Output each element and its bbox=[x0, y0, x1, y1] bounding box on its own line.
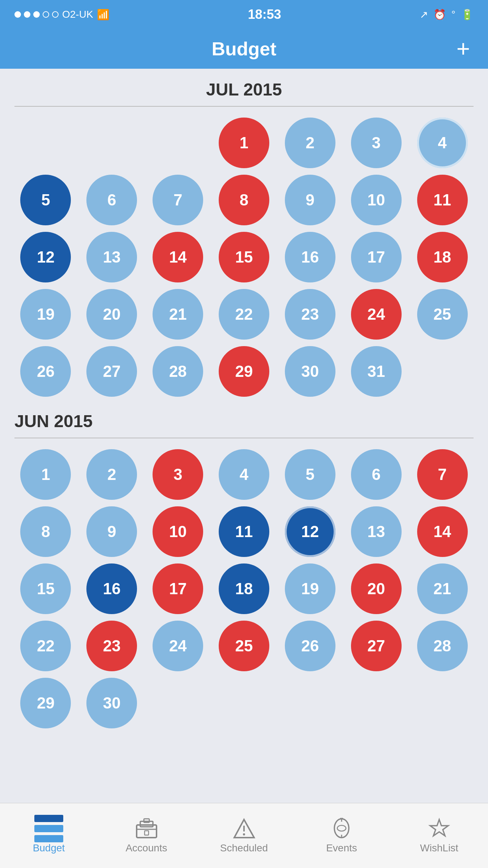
svg-rect-2 bbox=[144, 819, 149, 822]
time-display: 18:53 bbox=[248, 7, 281, 22]
empty-cell bbox=[86, 118, 137, 168]
day-circle[interactable]: 9 bbox=[285, 175, 335, 225]
wishlist-tab-label: WishList bbox=[420, 842, 458, 854]
day-circle[interactable]: 4 bbox=[417, 118, 468, 168]
empty-cell bbox=[153, 118, 203, 168]
day-circle[interactable]: 26 bbox=[285, 621, 335, 671]
june-divider bbox=[14, 438, 474, 438]
day-circle[interactable]: 21 bbox=[417, 563, 468, 614]
scheduled-tab-label: Scheduled bbox=[220, 842, 268, 854]
day-circle[interactable]: 15 bbox=[219, 232, 269, 282]
day-circle[interactable]: 23 bbox=[285, 289, 335, 340]
day-circle[interactable]: 10 bbox=[153, 506, 203, 557]
day-circle[interactable]: 14 bbox=[153, 232, 203, 282]
july-divider bbox=[14, 106, 474, 107]
alarm-icon: ⏰ bbox=[433, 9, 446, 21]
svg-rect-4 bbox=[145, 831, 149, 835]
accounts-tab-label: Accounts bbox=[125, 842, 167, 854]
day-circle[interactable]: 14 bbox=[417, 506, 468, 557]
day-circle[interactable]: 28 bbox=[153, 346, 203, 397]
day-circle[interactable]: 19 bbox=[20, 289, 71, 340]
day-circle[interactable]: 8 bbox=[20, 506, 71, 557]
carrier-label: O2-UK bbox=[62, 9, 93, 20]
day-circle[interactable]: 17 bbox=[351, 232, 402, 282]
wishlist-icon bbox=[427, 818, 452, 839]
dot5 bbox=[52, 11, 59, 18]
day-circle[interactable]: 27 bbox=[86, 346, 137, 397]
july-grid: 1234567891011121314151617181920212223242… bbox=[14, 118, 474, 397]
tab-events[interactable]: Events bbox=[293, 818, 390, 854]
day-circle[interactable]: 29 bbox=[20, 678, 71, 728]
day-circle[interactable]: 21 bbox=[153, 289, 203, 340]
day-circle[interactable]: 4 bbox=[219, 449, 269, 500]
day-circle[interactable]: 30 bbox=[86, 678, 137, 728]
svg-point-7 bbox=[243, 833, 245, 835]
header: Budget + bbox=[0, 29, 488, 69]
add-button[interactable]: + bbox=[457, 37, 470, 60]
day-circle[interactable]: 11 bbox=[219, 506, 269, 557]
day-circle[interactable]: 17 bbox=[153, 563, 203, 614]
day-circle[interactable]: 5 bbox=[285, 449, 335, 500]
day-circle[interactable]: 25 bbox=[219, 621, 269, 671]
day-circle[interactable]: 11 bbox=[417, 175, 468, 225]
day-circle[interactable]: 24 bbox=[351, 289, 402, 340]
page-title: Budget bbox=[211, 38, 276, 60]
day-circle[interactable]: 1 bbox=[20, 449, 71, 500]
day-circle[interactable]: 3 bbox=[351, 118, 402, 168]
day-circle[interactable]: 2 bbox=[86, 449, 137, 500]
day-circle[interactable]: 28 bbox=[417, 621, 468, 671]
budget-bar-dark bbox=[34, 815, 63, 822]
day-circle[interactable]: 7 bbox=[153, 175, 203, 225]
day-circle[interactable]: 13 bbox=[86, 232, 137, 282]
day-circle[interactable]: 18 bbox=[219, 563, 269, 614]
day-circle[interactable]: 7 bbox=[417, 449, 468, 500]
status-left: O2-UK 📶 bbox=[14, 9, 110, 21]
events-tab-label: Events bbox=[326, 842, 357, 854]
tab-accounts[interactable]: Accounts bbox=[98, 818, 195, 854]
day-circle[interactable]: 22 bbox=[219, 289, 269, 340]
day-circle[interactable]: 8 bbox=[219, 175, 269, 225]
day-circle[interactable]: 20 bbox=[86, 289, 137, 340]
day-circle[interactable]: 12 bbox=[285, 506, 335, 557]
scheduled-icon bbox=[231, 818, 257, 839]
tab-wishlist[interactable]: WishList bbox=[390, 818, 488, 854]
day-circle[interactable]: 24 bbox=[153, 621, 203, 671]
dot2 bbox=[24, 11, 30, 18]
day-circle[interactable]: 30 bbox=[285, 346, 335, 397]
day-circle[interactable]: 20 bbox=[351, 563, 402, 614]
day-circle[interactable]: 19 bbox=[285, 563, 335, 614]
day-circle[interactable]: 16 bbox=[86, 563, 137, 614]
day-circle[interactable]: 15 bbox=[20, 563, 71, 614]
tab-scheduled[interactable]: Scheduled bbox=[195, 818, 293, 854]
july-title: JUL 2015 bbox=[14, 80, 474, 99]
day-circle[interactable]: 3 bbox=[153, 449, 203, 500]
day-circle[interactable]: 23 bbox=[86, 621, 137, 671]
day-circle[interactable]: 12 bbox=[20, 232, 71, 282]
dot4 bbox=[43, 11, 49, 18]
main-content: JUL 2015 1234567891011121314151617181920… bbox=[0, 69, 488, 803]
june-grid: 1234567891011121314151617181920212223242… bbox=[14, 449, 474, 728]
day-circle[interactable]: 26 bbox=[20, 346, 71, 397]
empty-cell bbox=[20, 118, 71, 168]
day-circle[interactable]: 13 bbox=[351, 506, 402, 557]
june-section: JUN 2015 1234567891011121314151617181920… bbox=[14, 411, 474, 728]
day-circle[interactable]: 5 bbox=[20, 175, 71, 225]
day-circle[interactable]: 9 bbox=[86, 506, 137, 557]
day-circle[interactable]: 22 bbox=[20, 621, 71, 671]
day-circle[interactable]: 31 bbox=[351, 346, 402, 397]
day-circle[interactable]: 29 bbox=[219, 346, 269, 397]
signal-dots bbox=[14, 11, 59, 18]
day-circle[interactable]: 2 bbox=[285, 118, 335, 168]
july-section: JUL 2015 1234567891011121314151617181920… bbox=[14, 80, 474, 397]
day-circle[interactable]: 18 bbox=[417, 232, 468, 282]
day-circle[interactable]: 16 bbox=[285, 232, 335, 282]
day-circle[interactable]: 6 bbox=[86, 175, 137, 225]
tab-budget[interactable]: Budget bbox=[0, 818, 98, 854]
day-circle[interactable]: 1 bbox=[219, 118, 269, 168]
day-circle[interactable]: 6 bbox=[351, 449, 402, 500]
day-circle[interactable]: 27 bbox=[351, 621, 402, 671]
day-circle[interactable]: 10 bbox=[351, 175, 402, 225]
budget-bar-light1 bbox=[34, 825, 63, 832]
day-circle[interactable]: 25 bbox=[417, 289, 468, 340]
events-icon bbox=[329, 818, 354, 839]
